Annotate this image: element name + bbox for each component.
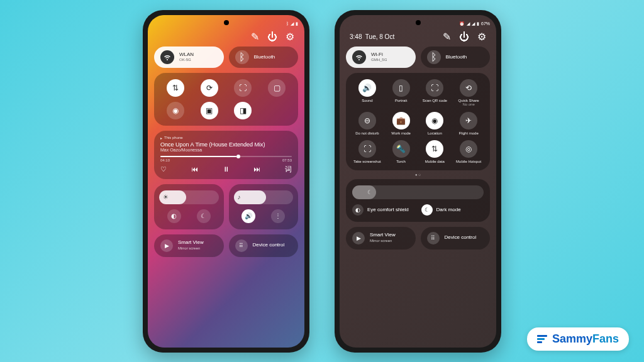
wifi-icon [352,50,366,64]
alarm-icon: ⏰ [459,21,465,26]
brightness-card: ☾ ◐Eye comfort shield ☾Dark mode [346,179,490,222]
bottom-row: ▶ Smart ViewMirror screen ⠿ Device contr… [346,227,490,250]
tile-screenshot[interactable]: ⛶ [228,79,258,97]
tile-location[interactable]: ◉ [160,102,191,119]
reader-icon: ▣ [201,102,218,119]
data-icon: ⇅ [426,140,443,158]
sliders-row: ☀ ◐ ☾ ♪ 🔊 ⋮ [154,184,298,229]
tile-quickshare[interactable]: ⟲Quick ShareNo one [453,79,484,107]
tile-location[interactable]: ◉Location [420,112,450,136]
brightness-box: ☀ ◐ ☾ [154,184,224,229]
auto-brightness-button[interactable]: ◐ [167,209,181,223]
tile-portrait[interactable]: ▯Portrait [386,79,416,107]
smart-view-button[interactable]: ▶ Smart ViewMirror screen [154,234,224,257]
clock-date: Tue, 8 Oct [365,33,394,40]
tile-qr[interactable]: ⛶Scan QR code [420,79,450,107]
tile-dnd[interactable]: ⊖Do not disturb [352,112,382,136]
brightness-slider[interactable]: ☀ [159,190,219,204]
media-player-card[interactable]: ▸This phone Once Upon A Time (House Exte… [154,131,298,179]
bt-label: Bluetooth [446,54,467,60]
brightness-slider[interactable]: ☾ [352,185,484,199]
pause-button[interactable]: ⏸ [223,165,230,173]
tile-work[interactable]: 💼Work mode [386,112,416,136]
media-artist: Max Oazo/Moonessa [160,148,292,152]
sound-icon: 🔊 [358,79,376,97]
sound-button[interactable]: 🔊 [242,209,255,223]
tile-screenshot[interactable]: ⛶Take screenshot [352,140,382,164]
smart-view-button[interactable]: ▶ Smart ViewMirror screen [346,227,416,250]
eye-comfort-toggle[interactable]: ◐Eye comfort shield [352,204,415,216]
sun-icon: ☀ [163,194,169,200]
work-icon: 💼 [392,112,410,129]
tile-torch[interactable]: 🔦Torch [386,140,416,164]
tile-mobiledata[interactable]: ⇅Mobile data [420,140,450,164]
volume-box: ♪ 🔊 ⋮ [229,184,299,229]
media-source: ▸This phone [160,136,292,140]
media-title: Once Upon A Time (House Extended Mix) [160,141,292,148]
qr-icon: ⛶ [426,79,443,97]
dark-mode-toggle[interactable]: ☾Dark mode [421,204,484,216]
tile-flight[interactable]: ✈Flight mode [453,112,484,136]
tile-doc[interactable]: ◨ [228,102,258,119]
sammyfans-logo: SammyFans [527,327,629,351]
bluetooth-icon: ᛒ [286,21,289,26]
cast-icon: ▶ [352,232,365,244]
device-control-button[interactable]: ⠿ Device control [229,234,299,257]
device-control-button[interactable]: ⠿ Device control [421,227,491,250]
battery-icon: ▮ [477,21,479,26]
logo-text-2: Fans [592,332,619,345]
media-total: 07:53 [282,158,292,162]
volume-expand-button[interactable]: ⋮ [271,209,285,223]
wifi-toggle[interactable]: WLANOK-5G [154,47,224,68]
lyrics-button[interactable]: 词 [285,165,292,174]
quick-tiles-card: ⇅ ⟳ ⛶ ▢ ◉ ▣ ◨ [154,73,298,126]
settings-icon[interactable]: ⚙ [477,33,486,41]
power-icon[interactable]: ⏻ [268,33,277,41]
capture-icon: ⛶ [234,79,252,97]
dnd-icon: ⊖ [358,112,376,129]
edit-icon[interactable]: ✎ [442,33,451,41]
tile-sound[interactable]: 🔊Sound [352,79,382,107]
night-mode-button[interactable]: ☾ [197,209,211,223]
bluetooth-toggle[interactable]: ᛒ Bluetooth [229,47,299,68]
page-dots[interactable]: ● ○ [346,173,490,177]
power-icon[interactable]: ⏻ [460,33,469,41]
tile-refresh[interactable]: ⟳ [194,79,225,97]
battery-pct: 67% [481,21,490,26]
settings-icon[interactable]: ⚙ [286,33,294,41]
signal-icon: ◢ [472,21,475,26]
tile-rotate[interactable]: ▢ [262,79,292,97]
wifi-sub: OK-5G [179,58,194,62]
tile-hotspot[interactable]: ◎Mobile Hotspot [453,140,484,164]
tile-reader[interactable]: ▣ [194,102,225,119]
signal-icon: ◢ [291,21,294,26]
bt-label: Bluetooth [254,54,275,60]
volume-slider[interactable]: ♪ [234,190,294,204]
clock-time: 3:48 [350,33,362,40]
like-button[interactable]: ♡ [160,165,167,173]
wifi-toggle[interactable]: Wi-FiGMH_5G [346,47,416,68]
battery-icon: ▮ [296,21,298,26]
bottom-row: ▶ Smart ViewMirror screen ⠿ Device contr… [154,234,298,257]
prev-button[interactable]: ⏮ [191,165,198,173]
tile-empty[interactable] [262,102,292,119]
logo-text-1: Sammy [552,332,592,345]
media-progress[interactable] [160,156,292,157]
wifi-icon [160,50,174,64]
wifi-label: Wi-Fi [371,52,387,58]
next-button[interactable]: ⏭ [253,165,260,173]
edit-icon[interactable]: ✎ [250,33,259,41]
phone-icon: ▸ [160,136,162,140]
panel-actions: ✎ ⏻ ⚙ [158,33,294,41]
doc-icon: ◨ [234,102,252,119]
bluetooth-toggle[interactable]: ᛒ Bluetooth [421,47,491,68]
capture-icon: ⛶ [358,140,376,158]
screen-left: ᛒ ◢ ▮ ✎ ⏻ ⚙ WLANOK-5G ᛒ Bluetooth [148,15,304,348]
share-icon: ⟲ [460,79,477,97]
logo-lines-icon [537,335,547,343]
note-icon: ♪ [238,194,241,200]
media-elapsed: 04:10 [160,158,170,162]
tile-data-sync[interactable]: ⇅ [160,79,191,97]
refresh-icon: ⟳ [201,79,218,97]
plane-icon: ✈ [460,112,477,129]
